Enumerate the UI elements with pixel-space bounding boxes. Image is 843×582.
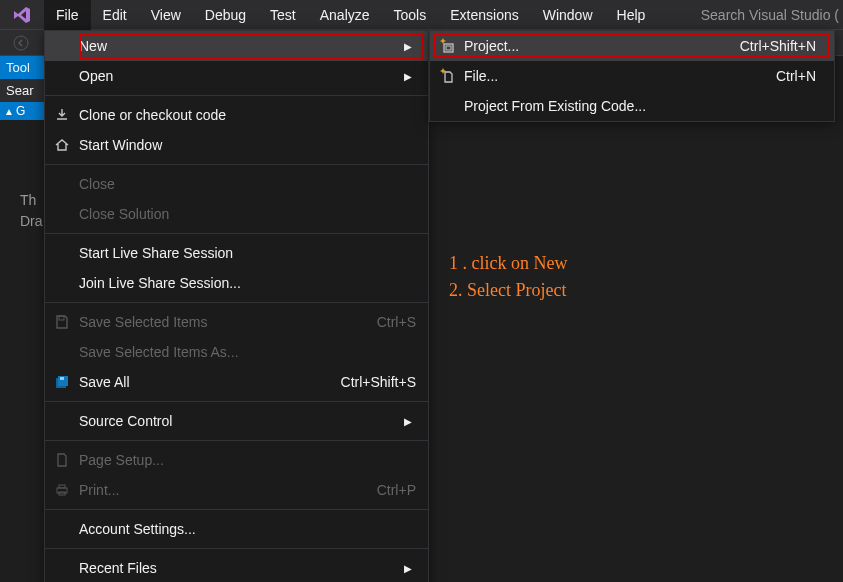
file-menu-item-page-setup: Page Setup...	[45, 445, 428, 475]
file-menu-item-recent-files[interactable]: Recent Files▶	[45, 553, 428, 582]
file-menu-item-join-live-share-session[interactable]: Join Live Share Session...	[45, 268, 428, 298]
new-submenu: Project...Ctrl+Shift+NFile...Ctrl+NProje…	[429, 30, 835, 122]
menu-item-edit[interactable]: Edit	[91, 0, 139, 30]
file-menu-item-clone-or-checkout-code[interactable]: Clone or checkout code	[45, 100, 428, 130]
menu-item-help[interactable]: Help	[605, 0, 658, 30]
file-menu-item-separator	[45, 233, 428, 234]
menu-items: FileEditViewDebugTestAnalyzeToolsExtensi…	[44, 0, 657, 30]
vs-logo-icon	[0, 5, 44, 25]
file-menu-item-shortcut: Ctrl+Shift+S	[341, 374, 416, 390]
save-all-icon	[45, 374, 79, 390]
page-icon	[45, 452, 79, 468]
svg-rect-6	[59, 485, 65, 488]
file-menu-item-label: Save All	[79, 374, 341, 390]
svg-rect-4	[60, 377, 64, 380]
menu-item-debug[interactable]: Debug	[193, 0, 258, 30]
file-menu-item-start-window[interactable]: Start Window	[45, 130, 428, 160]
file-menu-item-separator	[45, 401, 428, 402]
file-menu-item-label: Open	[79, 68, 400, 84]
file-menu-item-save-selected-items-as: Save Selected Items As...	[45, 337, 428, 367]
file-menu-dropdown: New▶Open▶Clone or checkout codeStart Win…	[44, 30, 429, 582]
new-file-icon	[430, 68, 464, 84]
svg-point-0	[14, 36, 28, 50]
menu-item-test[interactable]: Test	[258, 0, 308, 30]
menu-item-tools[interactable]: Tools	[382, 0, 439, 30]
file-menu-item-label: Recent Files	[79, 560, 400, 576]
sidebar-g-label: G	[16, 104, 25, 118]
file-menu-item-label: Clone or checkout code	[79, 107, 416, 123]
chevron-right-icon: ▶	[400, 563, 416, 574]
file-menu-item-label: Save Selected Items As...	[79, 344, 416, 360]
home-icon	[45, 137, 79, 153]
canvas-hint: Th Dra	[20, 190, 43, 232]
file-menu-item-separator	[45, 440, 428, 441]
file-menu-item-separator	[45, 548, 428, 549]
file-menu-item-label: Close	[79, 176, 416, 192]
new-project-icon	[430, 38, 464, 54]
svg-rect-9	[446, 46, 451, 50]
file-menu-item-separator	[45, 302, 428, 303]
file-menu-item-open[interactable]: Open▶	[45, 61, 428, 91]
menu-item-view[interactable]: View	[139, 0, 193, 30]
sidebar-getstarted[interactable]: ▲G	[0, 102, 44, 120]
back-icon[interactable]	[9, 31, 33, 55]
file-menu-item-source-control[interactable]: Source Control▶	[45, 406, 428, 436]
menu-item-window[interactable]: Window	[531, 0, 605, 30]
file-menu-item-label: New	[79, 38, 400, 54]
new-submenu-item-shortcut: Ctrl+N	[776, 68, 816, 84]
file-menu-item-separator	[45, 509, 428, 510]
left-panel: Tool Sear ▲G	[0, 56, 44, 120]
annotation-text: 1 . click on New 2. Select Project	[449, 250, 567, 304]
save-icon	[45, 314, 79, 330]
file-menu-item-label: Start Window	[79, 137, 416, 153]
new-submenu-item-project[interactable]: Project...Ctrl+Shift+N	[430, 31, 834, 61]
new-submenu-item-label: File...	[464, 68, 776, 84]
download-icon	[45, 107, 79, 123]
menu-item-file[interactable]: File	[44, 0, 91, 30]
file-menu-item-label: Source Control	[79, 413, 400, 429]
file-menu-item-print: Print...Ctrl+P	[45, 475, 428, 505]
file-menu-item-label: Account Settings...	[79, 521, 416, 537]
file-menu-item-save-all[interactable]: Save AllCtrl+Shift+S	[45, 367, 428, 397]
file-menu-item-close: Close	[45, 169, 428, 199]
menu-item-analyze[interactable]: Analyze	[308, 0, 382, 30]
file-menu-item-label: Start Live Share Session	[79, 245, 416, 261]
new-submenu-item-shortcut: Ctrl+Shift+N	[740, 38, 816, 54]
file-menu-item-new[interactable]: New▶	[45, 31, 428, 61]
menu-item-extensions[interactable]: Extensions	[438, 0, 530, 30]
file-menu-item-start-live-share-session[interactable]: Start Live Share Session	[45, 238, 428, 268]
new-submenu-item-file[interactable]: File...Ctrl+N	[430, 61, 834, 91]
file-menu-item-label: Save Selected Items	[79, 314, 377, 330]
new-submenu-item-label: Project From Existing Code...	[464, 98, 816, 114]
sidebar-tab-toolbox[interactable]: Tool	[0, 56, 44, 79]
file-menu-item-shortcut: Ctrl+P	[377, 482, 416, 498]
print-icon	[45, 482, 79, 498]
svg-rect-8	[444, 44, 453, 52]
file-menu-item-save-selected-items: Save Selected ItemsCtrl+S	[45, 307, 428, 337]
new-submenu-item-label: Project...	[464, 38, 740, 54]
chevron-right-icon: ▶	[400, 41, 416, 52]
file-menu-item-label: Page Setup...	[79, 452, 416, 468]
file-menu-item-close-solution: Close Solution	[45, 199, 428, 229]
file-menu-item-account-settings[interactable]: Account Settings...	[45, 514, 428, 544]
file-menu-item-label: Join Live Share Session...	[79, 275, 416, 291]
search-input[interactable]: Search Visual Studio (	[701, 0, 843, 30]
file-menu-item-shortcut: Ctrl+S	[377, 314, 416, 330]
new-submenu-item-project-from-existing-code[interactable]: Project From Existing Code...	[430, 91, 834, 121]
sidebar-tab-search[interactable]: Sear	[0, 79, 44, 102]
file-menu-item-separator	[45, 95, 428, 96]
chevron-right-icon: ▶	[400, 416, 416, 427]
chevron-right-icon: ▶	[400, 71, 416, 82]
menubar: FileEditViewDebugTestAnalyzeToolsExtensi…	[0, 0, 843, 30]
file-menu-item-separator	[45, 164, 428, 165]
file-menu-item-label: Close Solution	[79, 206, 416, 222]
file-menu-item-label: Print...	[79, 482, 377, 498]
